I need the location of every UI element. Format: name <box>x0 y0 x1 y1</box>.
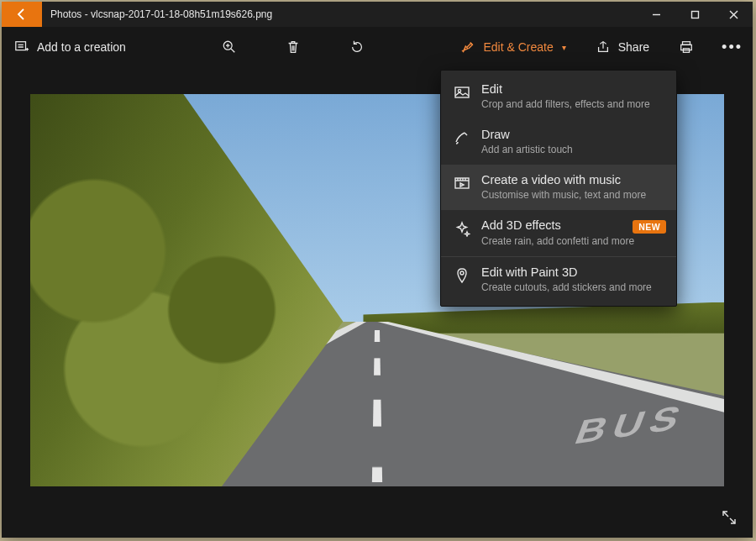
menu-item-title: Edit <box>481 81 650 97</box>
svg-rect-1 <box>691 11 698 18</box>
video-music-icon <box>453 174 471 192</box>
menu-item-subtitle: Customise with music, text and more <box>481 189 646 202</box>
trash-icon <box>285 39 302 55</box>
add-to-creation-icon <box>13 39 30 55</box>
sparkle-icon <box>453 219 471 238</box>
edit-create-menu: Edit Crop and add filters, effects and m… <box>440 70 677 307</box>
zoom-in-icon <box>221 39 238 55</box>
share-button[interactable]: Share <box>588 34 656 60</box>
menu-item-title: Edit with Paint 3D <box>481 265 652 280</box>
menu-item-title: Create a video with music <box>481 172 646 187</box>
svg-point-24 <box>460 271 464 275</box>
fullscreen-button[interactable] <box>717 506 741 529</box>
edit-create-button[interactable]: Edit & Create ▾ <box>453 34 572 60</box>
share-label: Share <box>618 40 649 54</box>
svg-line-15 <box>730 518 735 523</box>
app-window: Photos - vlcsnap-2017-01-18-08h51m19s626… <box>2 2 753 538</box>
close-button[interactable] <box>714 2 753 27</box>
svg-rect-4 <box>16 42 26 50</box>
draw-icon <box>453 129 471 147</box>
svg-line-14 <box>723 512 728 517</box>
more-button[interactable]: ••• <box>717 39 748 56</box>
more-icon: ••• <box>722 39 743 56</box>
menu-item-create-video[interactable]: Create a video with music Customise with… <box>441 165 676 210</box>
delete-button[interactable] <box>278 34 308 60</box>
svg-point-17 <box>458 89 460 92</box>
maximize-button[interactable] <box>675 2 714 27</box>
menu-item-title: Draw <box>481 127 573 142</box>
svg-line-6 <box>231 49 234 52</box>
menu-item-subtitle: Add an artistic touch <box>481 144 573 156</box>
print-icon <box>678 39 695 55</box>
edit-create-icon <box>459 39 476 55</box>
minimize-button[interactable] <box>637 2 675 27</box>
back-button[interactable] <box>2 2 42 27</box>
svg-rect-12 <box>681 45 692 50</box>
paint3d-icon <box>453 266 471 285</box>
menu-item-title: Add 3D effects <box>481 218 634 233</box>
menu-item-subtitle: Create rain, add confetti and more <box>481 235 634 248</box>
add-to-creation-label: Add to a creation <box>37 40 126 54</box>
menu-item-subtitle: Crop and add filters, effects and more <box>481 98 650 111</box>
menu-item-draw[interactable]: Draw Add an artistic touch <box>441 119 676 165</box>
chevron-down-icon: ▾ <box>562 43 566 52</box>
print-button[interactable] <box>671 34 701 60</box>
edit-create-label: Edit & Create <box>483 40 553 54</box>
svg-rect-16 <box>455 87 469 97</box>
rotate-button[interactable] <box>342 34 372 60</box>
toolbar: Add to a creation <box>2 27 753 67</box>
window-title: Photos - vlcsnap-2017-01-18-08h51m19s626… <box>42 8 637 20</box>
menu-item-subtitle: Create cutouts, add stickers and more <box>481 281 652 294</box>
rotate-icon <box>349 39 365 55</box>
window-controls <box>637 2 753 27</box>
new-badge: NEW <box>633 220 666 234</box>
menu-item-paint3d[interactable]: Edit with Paint 3D Create cutouts, add s… <box>441 257 676 302</box>
title-bar: Photos - vlcsnap-2017-01-18-08h51m19s626… <box>2 2 753 27</box>
zoom-button[interactable] <box>214 34 244 60</box>
menu-item-3d-effects[interactable]: Add 3D effects Create rain, add confetti… <box>441 210 676 256</box>
share-icon <box>595 39 612 55</box>
add-to-creation-button[interactable]: Add to a creation <box>7 34 133 60</box>
menu-item-edit[interactable]: Edit Crop and add filters, effects and m… <box>441 74 676 119</box>
photo-edit-icon <box>453 83 471 102</box>
